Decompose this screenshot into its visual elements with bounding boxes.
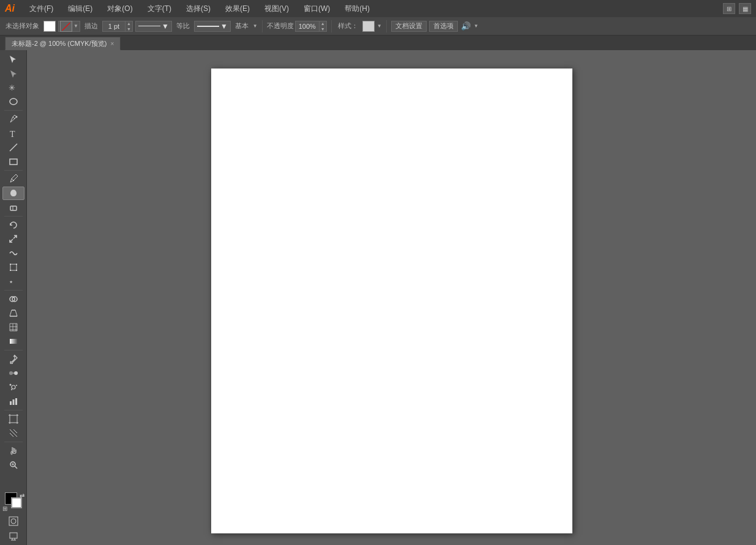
workspace-icon-btn[interactable]: ⊞ (723, 3, 735, 14)
preferences-btn[interactable]: 首选项 (429, 21, 458, 32)
stroke-weight-down[interactable]: ▼ (125, 26, 132, 32)
swap-colors-icon[interactable]: ⇄ (20, 492, 24, 499)
artboard (211, 69, 572, 533)
tool-magic-wand[interactable]: ✳ (2, 81, 24, 94)
tool-symbol-spray[interactable] (2, 380, 24, 394)
tool-sep1 (4, 110, 23, 111)
toolbar: ✳ T (0, 50, 27, 545)
tool-sep6 (4, 410, 23, 410)
menu-help[interactable]: 帮助(H) (342, 2, 372, 15)
svg-text:⋆: ⋆ (9, 277, 13, 286)
separator2 (331, 20, 332, 32)
title-controls: ⊞ ▦ (723, 3, 751, 14)
stroke-style-dropdown[interactable]: ▼ (135, 21, 172, 32)
tool-perspective[interactable] (2, 306, 24, 320)
tool-sep2 (4, 170, 23, 171)
opacity-field[interactable] (296, 23, 319, 30)
svg-rect-10 (16, 264, 17, 265)
style-label: 样式： (336, 21, 360, 31)
tool-rotate[interactable] (2, 218, 24, 232)
default-colors-icon[interactable]: ⊞ (2, 505, 7, 512)
opacity-up[interactable]: ▲ (320, 21, 326, 26)
tool-blob-brush[interactable] (2, 187, 24, 200)
tool-artboard[interactable] (2, 412, 24, 426)
menu-window[interactable]: 窗口(W) (301, 2, 332, 15)
toolbar-bottom: ⇄ ⊞ (2, 492, 24, 545)
svg-rect-33 (9, 517, 18, 525)
svg-rect-27 (10, 415, 17, 423)
menu-edit[interactable]: 编辑(E) (65, 2, 95, 15)
svg-rect-28 (11, 451, 12, 454)
svg-point-34 (11, 519, 16, 524)
menu-file[interactable]: 文件(F) (27, 2, 56, 15)
speaker-icon[interactable]: 🔊 (460, 21, 471, 32)
tool-pencil[interactable] (2, 172, 24, 186)
tool-direct-select[interactable] (2, 67, 24, 80)
svg-rect-26 (15, 398, 17, 405)
tool-select[interactable] (2, 53, 24, 66)
svg-point-17 (9, 371, 13, 375)
tool-scale[interactable] (2, 232, 24, 246)
arrange-icon-btn[interactable]: ▦ (739, 3, 751, 14)
tool-type[interactable]: T (2, 127, 24, 140)
tool-line[interactable] (2, 141, 24, 154)
tool-eyedropper[interactable] (2, 352, 24, 366)
svg-rect-16 (10, 339, 17, 344)
tool-eraser[interactable] (2, 201, 24, 214)
svg-rect-12 (16, 270, 17, 271)
opacity-input-group[interactable]: ▲ ▼ (295, 21, 327, 32)
tool-column-graph[interactable] (2, 395, 24, 408)
svg-rect-35 (10, 533, 17, 538)
tool-rect[interactable] (2, 155, 24, 168)
svg-line-4 (10, 144, 17, 151)
tool-mesh[interactable] (2, 321, 24, 334)
svg-point-22 (16, 385, 17, 386)
title-bar: Ai 文件(F) 编辑(E) 对象(O) 文字(T) 选择(S) 效果(E) 视… (0, 0, 756, 17)
tool-lasso[interactable] (2, 95, 24, 108)
menu-view[interactable]: 视图(V) (262, 2, 291, 15)
svg-point-18 (14, 371, 18, 375)
tool-free-transform[interactable] (2, 261, 24, 274)
line-style-dropdown[interactable]: ▼ (194, 21, 231, 32)
menu-object[interactable]: 对象(O) (105, 2, 135, 15)
tool-shape-builder[interactable] (2, 292, 24, 306)
tool-pen[interactable] (2, 113, 24, 126)
stroke-dropdown[interactable]: ▼ (58, 21, 80, 32)
menu-text[interactable]: 文字(T) (145, 2, 174, 15)
separator1 (262, 20, 263, 32)
fill-color-swatch[interactable] (43, 21, 56, 32)
color-swatch-area: ⇄ ⊞ (2, 492, 24, 512)
tool-screen-mode[interactable] (2, 529, 24, 543)
stroke-weight-field[interactable] (103, 23, 125, 30)
menu-effect[interactable]: 效果(E) (223, 2, 252, 15)
svg-rect-9 (10, 264, 11, 265)
svg-line-30 (15, 466, 17, 469)
svg-point-1 (10, 98, 17, 105)
tab-close-btn[interactable]: × (110, 40, 114, 47)
tool-hand[interactable] (2, 444, 24, 458)
canvas-area[interactable] (27, 50, 756, 545)
svg-text:✳: ✳ (9, 83, 15, 92)
opacity-down[interactable]: ▼ (320, 26, 326, 32)
doc-settings-btn[interactable]: 文档设置 (391, 21, 427, 32)
opacity-label: 不透明度 (267, 21, 294, 31)
app-logo: Ai (5, 3, 15, 14)
tool-slice[interactable] (2, 426, 24, 440)
stroke-weight-up[interactable]: ▲ (125, 21, 132, 26)
main-area: ✳ T (0, 50, 756, 545)
tool-sep5 (4, 350, 23, 350)
tool-puppet-warp[interactable]: ⋆ (2, 275, 24, 288)
tool-zoom[interactable] (2, 458, 24, 472)
tool-gradient[interactable] (2, 335, 24, 348)
document-tab[interactable]: 未标题-2 @ 100% (CMYK/预览) × (5, 37, 121, 50)
tool-warp[interactable] (2, 247, 24, 260)
tab-title: 未标题-2 @ 100% (CMYK/预览) (12, 39, 107, 48)
svg-rect-24 (10, 401, 12, 405)
svg-rect-8 (10, 264, 17, 270)
tool-color-mode[interactable] (2, 514, 24, 528)
tool-blend[interactable] (2, 366, 24, 380)
menu-select[interactable]: 选择(S) (184, 2, 213, 15)
speaker-arrow: ▼ (474, 23, 479, 29)
stroke-weight-input[interactable]: ▲ ▼ (102, 21, 133, 32)
style-swatch[interactable] (362, 21, 375, 32)
